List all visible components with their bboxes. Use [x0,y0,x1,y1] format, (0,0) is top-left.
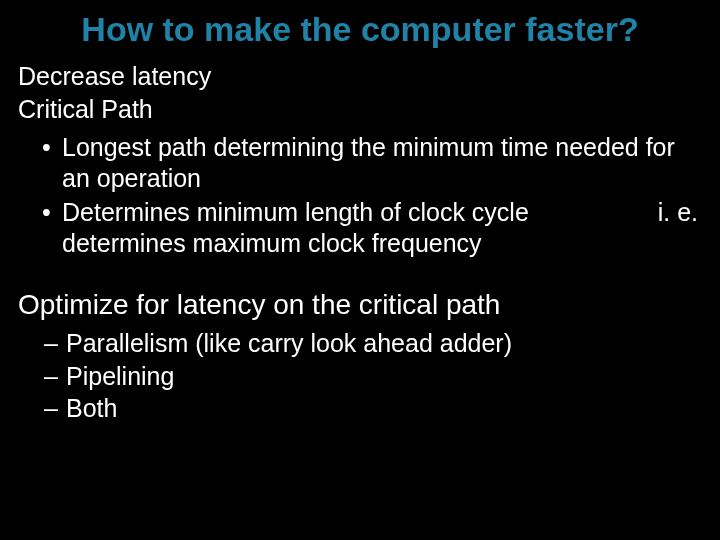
dash-icon: – [44,361,58,392]
slide: How to make the computer faster? Decreas… [0,10,720,540]
dash-item: – Parallelism (like carry look ahead add… [18,328,702,359]
bullet-row: Determines minimum length of clock cycle… [62,197,702,228]
bullet-text: Determines minimum length of clock cycle [62,197,529,228]
dash-icon: – [44,393,58,424]
slide-body: Decrease latency Critical Path Longest p… [0,61,720,424]
line-decrease-latency: Decrease latency [18,61,702,92]
bullet-item: Determines minimum length of clock cycle… [18,197,702,258]
dash-icon: – [44,328,58,359]
dash-text: Parallelism (like carry look ahead adder… [66,329,512,357]
dash-list: – Parallelism (like carry look ahead add… [18,328,702,424]
ie-note: i. e. [658,197,702,228]
dash-item: – Pipelining [18,361,702,392]
bullet-text: determines maximum clock frequency [62,228,702,259]
line-critical-path: Critical Path [18,94,702,125]
dash-text: Both [66,394,117,422]
bullet-item: Longest path determining the minimum tim… [18,132,702,193]
bullet-text: Longest path determining the minimum tim… [62,133,675,192]
slide-title: How to make the computer faster? [40,10,680,49]
dash-item: – Both [18,393,702,424]
dash-text: Pipelining [66,362,174,390]
section-heading: Optimize for latency on the critical pat… [18,288,702,322]
bullet-list: Longest path determining the minimum tim… [18,132,702,258]
